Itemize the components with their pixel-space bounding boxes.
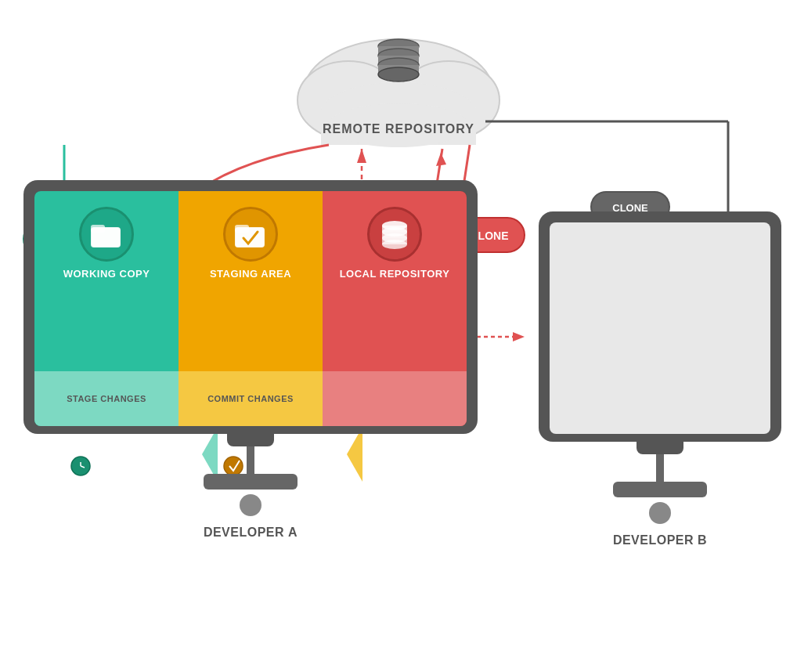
staging-area-icon-circle bbox=[223, 207, 278, 262]
commit-changes-area: COMMIT CHANGES bbox=[179, 371, 323, 426]
diagram-container: REMOTE REPOSITORY CLONE PULL FETCH PUSH bbox=[0, 0, 797, 672]
developer-a-label: DEVELOPER A bbox=[23, 526, 478, 540]
monitor-a-stand-top bbox=[227, 434, 274, 446]
svg-point-0 bbox=[305, 39, 492, 141]
monitor-b-frame bbox=[539, 211, 781, 442]
monitor-a-stand-neck bbox=[247, 446, 254, 474]
svg-rect-11 bbox=[378, 65, 419, 74]
svg-marker-23 bbox=[357, 149, 366, 163]
svg-marker-48 bbox=[513, 332, 525, 341]
svg-point-3 bbox=[320, 82, 477, 145]
commit-changes-label: COMMIT CHANGES bbox=[207, 393, 294, 404]
remote-repo-label: REMOTE REPOSITORY bbox=[323, 122, 474, 135]
svg-point-6 bbox=[378, 39, 419, 53]
monitor-b-stand-top bbox=[637, 442, 683, 454]
svg-point-10 bbox=[378, 58, 419, 72]
monitor-a-knob bbox=[240, 494, 261, 516]
monitor-b-screen bbox=[550, 222, 770, 434]
cloud-shape bbox=[298, 39, 499, 147]
monitor-b-stand-neck bbox=[656, 454, 664, 482]
db-icon bbox=[378, 39, 419, 81]
svg-rect-7 bbox=[378, 46, 419, 56]
svg-rect-9 bbox=[378, 56, 419, 65]
local-bottom bbox=[323, 371, 467, 426]
monitor-b: DEVELOPER B bbox=[539, 211, 781, 547]
svg-point-2 bbox=[398, 61, 499, 139]
local-repo-icon-circle bbox=[367, 207, 422, 262]
svg-point-5 bbox=[328, 103, 469, 147]
svg-point-8 bbox=[378, 49, 419, 63]
working-copy-title: WORKING COPY bbox=[63, 268, 150, 281]
svg-rect-60 bbox=[236, 228, 264, 247]
svg-rect-57 bbox=[92, 228, 120, 247]
monitor-a: WORKING COPY STAGING AREA bbox=[23, 180, 478, 540]
local-db-icon bbox=[380, 219, 409, 249]
svg-point-12 bbox=[378, 67, 419, 81]
folder-icon bbox=[91, 221, 122, 248]
svg-point-67 bbox=[382, 240, 407, 249]
screen-bottom: STAGE CHANGES COMMIT CHANGES bbox=[34, 371, 467, 426]
svg-point-1 bbox=[298, 61, 399, 139]
stage-changes-label: STAGE CHANGES bbox=[67, 393, 146, 404]
developer-b-label: DEVELOPER B bbox=[539, 533, 781, 547]
local-repo-title: LOCAL REPOSITORY bbox=[340, 268, 450, 281]
stage-changes-area: STAGE CHANGES bbox=[34, 371, 179, 426]
monitor-a-screen: WORKING COPY STAGING AREA bbox=[34, 191, 467, 426]
svg-marker-27 bbox=[436, 153, 446, 166]
monitor-a-frame: WORKING COPY STAGING AREA bbox=[23, 180, 478, 434]
staging-area-title: STAGING AREA bbox=[210, 268, 291, 281]
monitor-a-stand-base bbox=[204, 474, 298, 490]
monitor-b-knob bbox=[649, 502, 671, 524]
monitor-b-stand-base bbox=[613, 482, 707, 497]
working-copy-icon-circle bbox=[79, 207, 134, 262]
folder-check-icon bbox=[235, 221, 266, 248]
svg-rect-4 bbox=[321, 110, 476, 145]
